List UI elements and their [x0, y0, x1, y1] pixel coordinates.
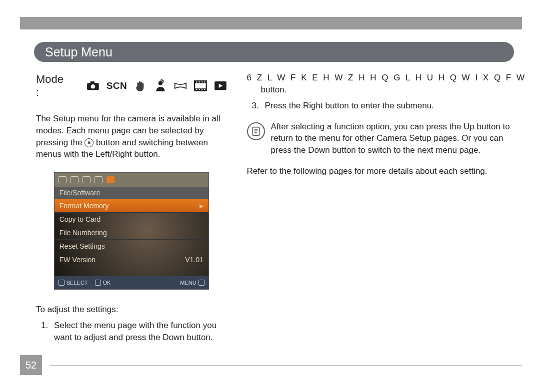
- mode-label: Mode :: [36, 73, 70, 99]
- refer-text: Refer to the following pages for more de…: [247, 165, 526, 177]
- page-number: 52: [20, 355, 42, 375]
- content-columns: Mode : SCN The Setup menu for the camer: [36, 73, 526, 348]
- lcd-screenshot: File/Software Format Memory▶ Copy to Car…: [54, 172, 209, 290]
- step-1-text: Select the menu page with the function y…: [54, 320, 227, 344]
- svg-rect-7: [196, 81, 197, 82]
- step-3: 3. Press the Right button to enter the s…: [247, 100, 526, 112]
- intro-paragraph: The Setup menu for the camera is availab…: [36, 113, 227, 160]
- step-3-text: Press the Right button to enter the subm…: [265, 100, 434, 112]
- svg-rect-12: [199, 89, 200, 90]
- svg-rect-1: [90, 81, 94, 83]
- right-column: 6 Z L W F K E H W Z H H Q G L H U H Q W …: [247, 73, 526, 348]
- svg-rect-13: [202, 89, 202, 90]
- step-3-number: 3.: [252, 100, 260, 112]
- camera-icon: [86, 80, 100, 91]
- step-1-number: 1.: [41, 320, 49, 344]
- lcd-tab-bar: [54, 173, 208, 187]
- note-icon: [247, 122, 265, 140]
- step-1: 1. Select the menu page with the functio…: [36, 320, 227, 344]
- section-title: Setup Menu: [45, 45, 112, 59]
- lcd-row-file-numbering: File Numbering: [54, 226, 208, 239]
- note-block: After selecting a function option, you c…: [247, 121, 526, 156]
- lcd-row-format-memory: Format Memory▶: [54, 199, 208, 212]
- panorama-icon: [174, 80, 187, 91]
- lcd-row-reset-settings: Reset Settings: [54, 239, 208, 253]
- menu-button-icon: ≡: [84, 138, 94, 147]
- svg-rect-8: [199, 81, 200, 82]
- movie-icon: [194, 80, 207, 91]
- step-2-tail: button.: [247, 84, 526, 96]
- playback-icon: [214, 80, 227, 91]
- scn-mode-label: SCN: [106, 80, 128, 91]
- lcd-row-copy-to-card: Copy to Card: [54, 212, 208, 226]
- lcd-row-fw-version: FW VersionV1.01: [54, 253, 208, 266]
- footer-rule: [50, 366, 522, 366]
- svg-point-2: [90, 84, 95, 89]
- hand-icon: [134, 80, 147, 91]
- portrait-icon: [154, 80, 167, 91]
- lcd-bottom-bar: SELECT OK MENU: [54, 276, 208, 289]
- svg-rect-11: [196, 89, 197, 90]
- svg-rect-14: [204, 89, 205, 90]
- section-tab: Setup Menu: [34, 42, 514, 62]
- to-adjust-heading: To adjust the settings:: [36, 305, 227, 315]
- svg-rect-10: [204, 81, 205, 82]
- garbled-line: 6 Z L W F K E H W Z H H Q G L H U H Q W …: [247, 73, 526, 83]
- lcd-section-header: File/Software: [54, 187, 208, 199]
- note-text: After selecting a function option, you c…: [271, 121, 526, 156]
- left-column: Mode : SCN The Setup menu for the camer: [36, 73, 227, 348]
- svg-rect-9: [202, 81, 202, 82]
- header-bar: [20, 17, 522, 29]
- svg-point-3: [158, 81, 163, 85]
- mode-row: Mode : SCN: [36, 73, 227, 99]
